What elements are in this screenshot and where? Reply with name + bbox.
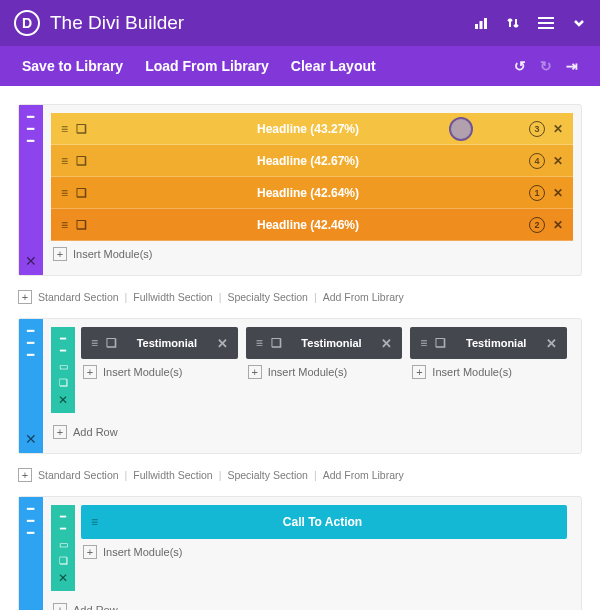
duplicate-icon[interactable]: ❏ bbox=[76, 122, 87, 136]
module-label: Testimonial bbox=[292, 337, 372, 349]
section-handle[interactable]: ━━━ ✕ bbox=[19, 497, 43, 610]
row-body: ≡ Call To Action +Insert Module(s) bbox=[75, 505, 573, 591]
module-testimonial[interactable]: ≡❏ Testimonial ✕ bbox=[246, 327, 403, 359]
drag-icon[interactable]: ≡ bbox=[256, 336, 263, 350]
collapse-icon[interactable]: ⇥ bbox=[566, 58, 578, 74]
standard-section-link[interactable]: Standard Section bbox=[38, 469, 119, 481]
builder-title: The Divi Builder bbox=[50, 12, 474, 34]
drag-icon[interactable]: ≡ bbox=[91, 336, 98, 350]
module-label: Headline (42.46%) bbox=[97, 218, 519, 232]
drag-icon[interactable]: ≡ bbox=[91, 515, 98, 529]
clear-layout-button[interactable]: Clear Layout bbox=[291, 58, 376, 74]
section-footer-links: + Standard Section| Fullwidth Section| S… bbox=[18, 282, 582, 318]
duplicate-icon[interactable]: ❏ bbox=[271, 336, 282, 350]
drag-icon[interactable]: ━━ bbox=[60, 511, 66, 535]
drag-icon[interactable]: ━━━ bbox=[27, 111, 35, 147]
column: ≡❏ Testimonial ✕ +Insert Module(s) bbox=[410, 327, 567, 385]
drag-icon[interactable]: ≡ bbox=[61, 122, 68, 136]
close-icon[interactable]: ✕ bbox=[553, 122, 563, 136]
module-testimonial[interactable]: ≡❏ Testimonial ✕ bbox=[410, 327, 567, 359]
row-handle[interactable]: ━━ ▭ ❏ ✕ bbox=[51, 505, 75, 591]
duplicate-icon[interactable]: ❏ bbox=[76, 186, 87, 200]
section-body: ━━ ▭ ❏ ✕ ≡❏ Testimonial ✕ +Insert Mo bbox=[43, 319, 581, 453]
drag-icon[interactable]: ━━ bbox=[60, 333, 66, 357]
redo-icon[interactable]: ↻ bbox=[540, 58, 552, 74]
drag-icon[interactable]: ≡ bbox=[61, 154, 68, 168]
close-icon[interactable]: ✕ bbox=[25, 603, 37, 610]
insert-module-button[interactable]: +Insert Module(s) bbox=[246, 359, 403, 385]
divi-logo: D bbox=[14, 10, 40, 36]
module-controls[interactable]: ≡❏ bbox=[51, 122, 97, 136]
insert-module-button[interactable]: +Insert Module(s) bbox=[410, 359, 567, 385]
close-icon[interactable]: ✕ bbox=[553, 154, 563, 168]
duplicate-icon[interactable]: ❏ bbox=[76, 154, 87, 168]
module-cta[interactable]: ≡ Call To Action bbox=[81, 505, 567, 539]
svg-rect-3 bbox=[538, 17, 554, 19]
add-row-button[interactable]: +Add Row bbox=[51, 597, 573, 610]
columns-icon[interactable]: ▭ bbox=[59, 539, 68, 551]
columns: ≡❏ Testimonial ✕ +Insert Module(s) ≡❏ Te… bbox=[81, 327, 567, 385]
add-from-library-link[interactable]: Add From Library bbox=[323, 291, 404, 303]
module-headline[interactable]: ≡❏ Headline (42.67%) 4✕ bbox=[51, 145, 573, 177]
duplicate-icon[interactable]: ❏ bbox=[76, 218, 87, 232]
insert-module-button[interactable]: + Insert Module(s) bbox=[51, 241, 573, 267]
duplicate-icon[interactable]: ❏ bbox=[59, 555, 68, 567]
close-icon[interactable]: ✕ bbox=[58, 571, 68, 585]
menu-icon[interactable] bbox=[538, 16, 554, 30]
drag-icon[interactable]: ━━━ bbox=[27, 503, 35, 539]
section-handle[interactable]: ━━━ ✕ bbox=[19, 105, 43, 275]
cursor-indicator bbox=[449, 117, 473, 141]
close-icon[interactable]: ✕ bbox=[553, 218, 563, 232]
standard-section-link[interactable]: Standard Section bbox=[38, 291, 119, 303]
module-headline[interactable]: ≡❏ Headline (42.64%) 1✕ bbox=[51, 177, 573, 209]
module-label: Headline (42.64%) bbox=[97, 186, 519, 200]
module-headline[interactable]: ≡❏ Headline (42.46%) 2✕ bbox=[51, 209, 573, 241]
header-icon-group bbox=[474, 16, 586, 30]
close-icon[interactable]: ✕ bbox=[25, 425, 37, 453]
sort-icon[interactable] bbox=[506, 16, 520, 30]
row-handle[interactable]: ━━ ▭ ❏ ✕ bbox=[51, 327, 75, 413]
svg-rect-0 bbox=[475, 24, 478, 29]
header-top: D The Divi Builder bbox=[0, 0, 600, 46]
variant-badge: 2 bbox=[529, 217, 545, 233]
load-from-library-button[interactable]: Load From Library bbox=[145, 58, 269, 74]
close-icon[interactable]: ✕ bbox=[536, 336, 567, 351]
section-cta: ━━━ ✕ ━━ ▭ ❏ ✕ ≡ Call To Action +Insert … bbox=[18, 496, 582, 610]
module-controls[interactable]: ≡❏ bbox=[51, 154, 97, 168]
chevron-down-icon[interactable] bbox=[572, 16, 586, 30]
duplicate-icon[interactable]: ❏ bbox=[59, 377, 68, 389]
drag-icon[interactable]: ━━━ bbox=[27, 325, 35, 361]
drag-icon[interactable]: ≡ bbox=[61, 218, 68, 232]
module-headline[interactable]: ≡❏ Headline (43.27%) 3✕ bbox=[51, 113, 573, 145]
save-to-library-button[interactable]: Save to Library bbox=[22, 58, 123, 74]
plus-icon: + bbox=[53, 603, 67, 610]
plus-icon: + bbox=[53, 425, 67, 439]
variant-badge: 4 bbox=[529, 153, 545, 169]
fullwidth-section-link[interactable]: Fullwidth Section bbox=[133, 291, 212, 303]
module-controls[interactable]: ≡❏ bbox=[51, 186, 97, 200]
workspace: ━━━ ✕ ≡❏ Headline (43.27%) 3✕ ≡❏ Headlin… bbox=[0, 86, 600, 610]
close-icon[interactable]: ✕ bbox=[58, 393, 68, 407]
insert-module-button[interactable]: +Insert Module(s) bbox=[81, 359, 238, 385]
close-icon[interactable]: ✕ bbox=[207, 336, 238, 351]
close-icon[interactable]: ✕ bbox=[553, 186, 563, 200]
close-icon[interactable]: ✕ bbox=[371, 336, 402, 351]
drag-icon[interactable]: ≡ bbox=[61, 186, 68, 200]
specialty-section-link[interactable]: Specialty Section bbox=[227, 469, 308, 481]
specialty-section-link[interactable]: Specialty Section bbox=[227, 291, 308, 303]
add-from-library-link[interactable]: Add From Library bbox=[323, 469, 404, 481]
columns-icon[interactable]: ▭ bbox=[59, 361, 68, 373]
fullwidth-section-link[interactable]: Fullwidth Section bbox=[133, 469, 212, 481]
stats-icon[interactable] bbox=[474, 16, 488, 30]
undo-icon[interactable]: ↺ bbox=[514, 58, 526, 74]
section-split-test: ━━━ ✕ ≡❏ Headline (43.27%) 3✕ ≡❏ Headlin… bbox=[18, 104, 582, 276]
section-handle[interactable]: ━━━ ✕ bbox=[19, 319, 43, 453]
insert-module-button[interactable]: +Insert Module(s) bbox=[81, 539, 567, 565]
drag-icon[interactable]: ≡ bbox=[420, 336, 427, 350]
module-controls[interactable]: ≡❏ bbox=[51, 218, 97, 232]
duplicate-icon[interactable]: ❏ bbox=[435, 336, 446, 350]
module-testimonial[interactable]: ≡❏ Testimonial ✕ bbox=[81, 327, 238, 359]
close-icon[interactable]: ✕ bbox=[25, 247, 37, 275]
duplicate-icon[interactable]: ❏ bbox=[106, 336, 117, 350]
add-row-button[interactable]: +Add Row bbox=[51, 419, 573, 445]
